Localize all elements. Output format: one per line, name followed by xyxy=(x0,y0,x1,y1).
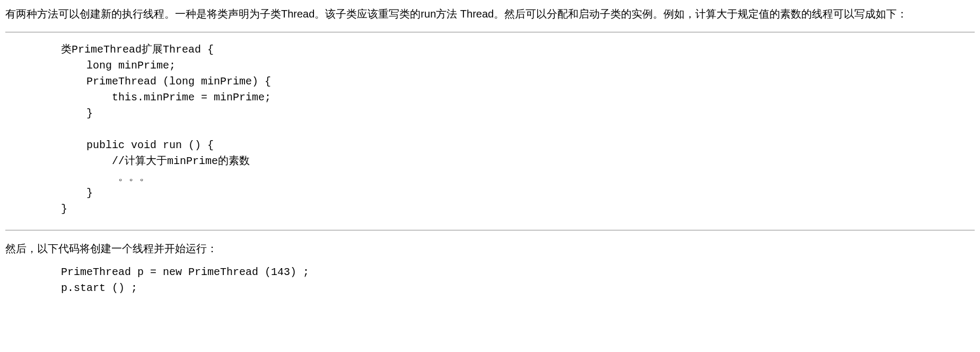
divider-2 xyxy=(5,230,975,230)
intro-paragraph: 有两种方法可以创建新的执行线程。一种是将类声明为子类Thread。该子类应该重写… xyxy=(5,5,975,22)
followup-paragraph: 然后，以下代码将创建一个线程并开始运行： xyxy=(5,240,975,257)
code-block-2: PrimeThread p = new PrimeThread (143) ; … xyxy=(61,264,975,296)
divider-1 xyxy=(5,32,975,32)
code-block-1: 类PrimeThread扩展Thread { long minPrime; Pr… xyxy=(61,42,975,217)
